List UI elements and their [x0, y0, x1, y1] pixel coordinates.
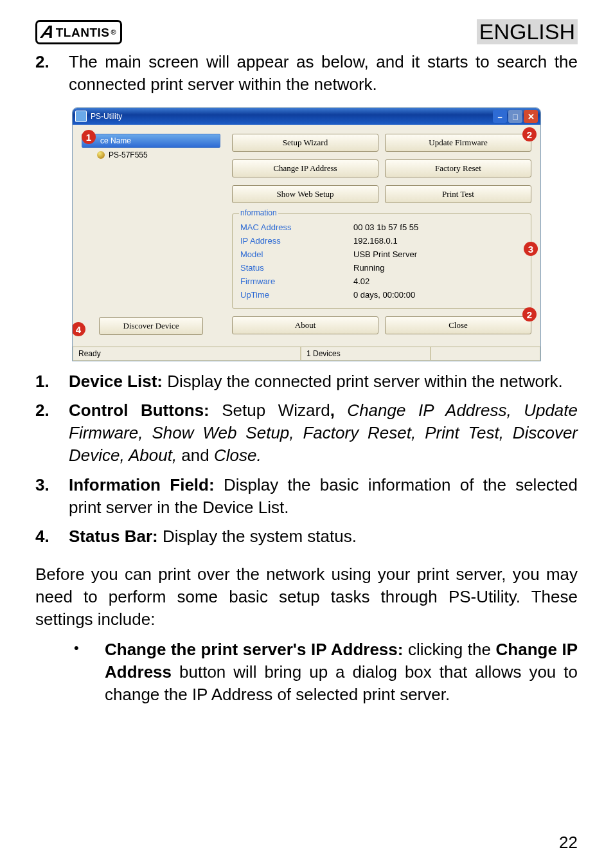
brand-logo: A TLANTIS ® [35, 20, 122, 44]
info-key: MAC Address [240, 221, 353, 234]
info-value: USB Print Server [353, 248, 523, 261]
info-key: UpTime [240, 288, 353, 302]
info-row: StatusRunning [240, 261, 523, 275]
list-number: 3. [35, 474, 69, 496]
info-value: 192.168.0.1 [353, 234, 523, 248]
device-list-item[interactable]: PS-57F555 [82, 148, 220, 162]
status-devices: 1 Devices [301, 347, 431, 361]
close-button[interactable]: Close [385, 316, 531, 334]
window-title: PS-Utility [91, 112, 122, 121]
status-empty [431, 347, 540, 361]
list-lead: Control Buttons: [69, 401, 209, 420]
paragraph: Before you can print over the network us… [35, 563, 578, 631]
logo-word: TLANTIS [56, 26, 110, 39]
minimize-icon[interactable]: – [493, 110, 507, 123]
info-value: 0 days, 00:00:00 [353, 288, 523, 302]
list-text: Setup Wizard [209, 401, 330, 420]
list-number: 4. [35, 525, 69, 548]
maximize-icon[interactable]: □ [508, 110, 522, 123]
ps-utility-window: 1 2 3 2 4 PS-Utility – □ ✕ ce Name [72, 107, 541, 361]
list-sep: , [330, 401, 348, 420]
update-firmware-button[interactable]: Update Firmware [385, 134, 531, 152]
device-status-icon [97, 151, 105, 159]
bullet-lead: Change the print server's IP Address: [105, 640, 403, 659]
device-list-header: ce Name [82, 134, 220, 148]
list-number: 2. [35, 51, 69, 73]
page-number: 22 [559, 833, 578, 853]
bullet-text: clicking the [403, 640, 495, 659]
info-value: 4.02 [353, 275, 523, 288]
info-value: 00 03 1b 57 f5 55 [353, 221, 523, 234]
show-web-setup-button[interactable]: Show Web Setup [232, 185, 378, 203]
list-lead: Status Bar: [69, 527, 158, 546]
status-bar: Ready 1 Devices [73, 347, 540, 361]
info-key: Firmware [240, 275, 353, 288]
app-icon [75, 111, 87, 122]
info-row: IP Address192.168.0.1 [240, 234, 523, 248]
logo-letter: A [40, 23, 57, 41]
info-row: MAC Address00 03 1b 57 f5 55 [240, 221, 523, 234]
info-value: Running [353, 261, 523, 275]
bullet-icon: • [74, 638, 105, 658]
factory-reset-button[interactable]: Factory Reset [385, 159, 531, 177]
list-lead: Information Field: [69, 475, 215, 494]
list-lead: Device List: [69, 372, 163, 391]
information-legend: nformation [239, 208, 278, 217]
info-key: Model [240, 248, 353, 261]
intro-text: The main screen will appear as below, an… [69, 51, 578, 96]
close-icon[interactable]: ✕ [524, 110, 538, 123]
list-text: and [177, 446, 214, 465]
info-row: UpTime0 days, 00:00:00 [240, 288, 523, 302]
discover-device-button[interactable]: Discover Device [99, 317, 203, 335]
information-field: nformation MAC Address00 03 1b 57 f5 55 … [232, 213, 531, 309]
logo-registered: ® [111, 29, 116, 36]
list-italic: Close. [214, 446, 262, 465]
list-text: Display the system status. [158, 527, 357, 546]
change-ip-button[interactable]: Change IP Address [232, 159, 378, 177]
list-number: 1. [35, 370, 69, 393]
print-test-button[interactable]: Print Test [385, 185, 531, 203]
bullet-rest: button will bring up a dialog box that a… [105, 662, 578, 704]
about-button[interactable]: About [232, 316, 378, 334]
info-row: Firmware4.02 [240, 275, 523, 288]
language-label: ENGLISH [477, 19, 578, 44]
info-key: IP Address [240, 234, 353, 248]
list-number: 2. [35, 399, 69, 422]
list-text: Display the connected print server withi… [163, 372, 563, 391]
info-key: Status [240, 261, 353, 275]
info-row: ModelUSB Print Server [240, 248, 523, 261]
device-name: PS-57F555 [109, 150, 148, 159]
status-ready: Ready [73, 347, 301, 361]
setup-wizard-button[interactable]: Setup Wizard [232, 134, 378, 152]
window-titlebar: PS-Utility – □ ✕ [73, 108, 540, 125]
